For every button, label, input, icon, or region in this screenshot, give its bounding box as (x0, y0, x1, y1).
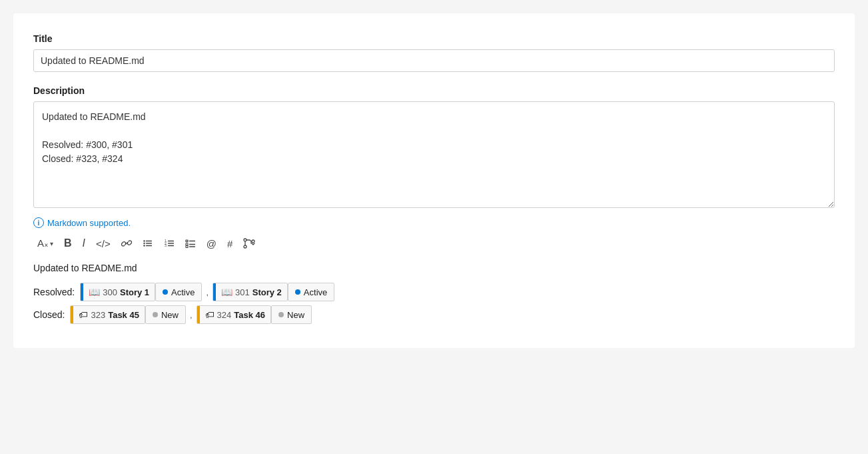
separator-2: , (186, 310, 197, 320)
story-icon: 📖 (89, 287, 100, 297)
chip-title-324: Task 46 (234, 310, 265, 320)
bold-button[interactable]: B (60, 235, 76, 252)
svg-rect-7 (168, 241, 174, 241)
chip-number-323: 323 (91, 310, 105, 320)
form-container: Title Description Updated to README.md R… (13, 13, 855, 348)
svg-rect-17 (189, 246, 195, 247)
svg-point-2 (143, 243, 145, 244)
work-item-chip-301[interactable]: 📖 301 Story 2 (213, 283, 288, 301)
ordered-list-button[interactable]: 1. 2. 3. (160, 235, 179, 251)
svg-point-20 (252, 240, 254, 243)
title-label: Title (33, 33, 835, 44)
chip-title-301: Story 2 (252, 287, 282, 297)
chip-number-301: 301 (235, 287, 250, 297)
preview-text: Updated to README.md (33, 263, 835, 273)
work-items-section: Resolved: 📖 300 Story 1 Active , 📖 (33, 283, 835, 324)
italic-button[interactable]: I (79, 235, 89, 252)
ordered-list-icon: 1. 2. 3. (164, 238, 175, 249)
separator-1: , (202, 287, 213, 297)
status-label-324: New (287, 310, 304, 320)
svg-point-19 (244, 245, 246, 248)
work-item-chip-324[interactable]: 🏷 324 Task 46 (197, 305, 271, 324)
svg-rect-3 (146, 243, 152, 243)
link-icon (121, 238, 132, 249)
svg-rect-14 (186, 243, 188, 245)
active-dot-301 (295, 289, 300, 295)
svg-point-4 (143, 245, 145, 246)
pull-request-icon (243, 238, 255, 249)
task-icon-324: 🏷 (205, 309, 215, 320)
unordered-list-icon (143, 238, 153, 249)
task-icon-323: 🏷 (79, 309, 88, 320)
code-button[interactable]: </> (92, 235, 115, 252)
work-item-chip-300[interactable]: 📖 300 Story 1 (80, 283, 155, 301)
unordered-list-button[interactable] (139, 235, 157, 251)
chip-body-323: 🏷 323 Task 45 (73, 309, 144, 320)
svg-point-0 (143, 240, 145, 241)
svg-rect-9 (168, 243, 174, 243)
hash-button[interactable]: # (223, 235, 236, 252)
active-dot-300 (163, 289, 168, 295)
link-button[interactable] (117, 235, 136, 251)
svg-rect-13 (189, 241, 195, 241)
resolved-row: Resolved: 📖 300 Story 1 Active , 📖 (33, 283, 835, 301)
status-label-323: New (161, 310, 179, 320)
markdown-note: i Markdown supported. (33, 217, 835, 228)
chip-body-300: 📖 300 Story 1 (83, 287, 155, 297)
svg-rect-5 (146, 245, 152, 246)
task-list-icon (185, 238, 196, 249)
chip-title-323: Task 45 (108, 310, 139, 320)
chip-number-324: 324 (217, 310, 232, 320)
svg-rect-16 (186, 246, 188, 248)
chip-body-324: 🏷 324 Task 46 (200, 309, 270, 320)
svg-text:3.: 3. (165, 243, 167, 247)
task-list-button[interactable] (181, 235, 200, 251)
status-chip-300[interactable]: Active (155, 283, 202, 301)
chip-number-300: 300 (103, 287, 117, 297)
svg-rect-11 (168, 245, 174, 246)
story-icon-301: 📖 (221, 287, 232, 297)
description-label: Description (33, 85, 835, 96)
closed-label: Closed: (33, 309, 65, 320)
closed-row: Closed: 🏷 323 Task 45 New , 🏷 (33, 305, 835, 324)
chevron-down-icon: ▾ (50, 240, 53, 247)
resolved-label: Resolved: (33, 287, 75, 297)
status-chip-301[interactable]: Active (288, 283, 334, 301)
new-dot-323 (153, 312, 158, 317)
chip-title-300: Story 1 (120, 287, 149, 297)
markdown-note-text: Markdown supported. (47, 218, 131, 228)
description-textarea[interactable]: Updated to README.md Resolved: #300, #30… (33, 101, 835, 208)
mention-button[interactable]: @ (203, 235, 220, 252)
svg-rect-1 (146, 241, 152, 241)
pr-button[interactable] (239, 235, 259, 251)
info-icon: i (33, 217, 44, 228)
new-dot-324 (278, 312, 284, 317)
format-button[interactable]: Aₓ ▾ (33, 235, 57, 252)
title-input[interactable] (33, 49, 835, 72)
status-label-300: Active (171, 287, 195, 297)
status-chip-324[interactable]: New (271, 305, 312, 324)
chip-body-301: 📖 301 Story 2 (216, 287, 287, 297)
status-label-301: Active (304, 287, 327, 297)
status-chip-323[interactable]: New (145, 305, 186, 324)
svg-rect-15 (189, 244, 195, 245)
work-item-chip-323[interactable]: 🏷 323 Task 45 (70, 305, 145, 324)
description-toolbar: Aₓ ▾ B I </> 1. 2. (33, 235, 835, 252)
